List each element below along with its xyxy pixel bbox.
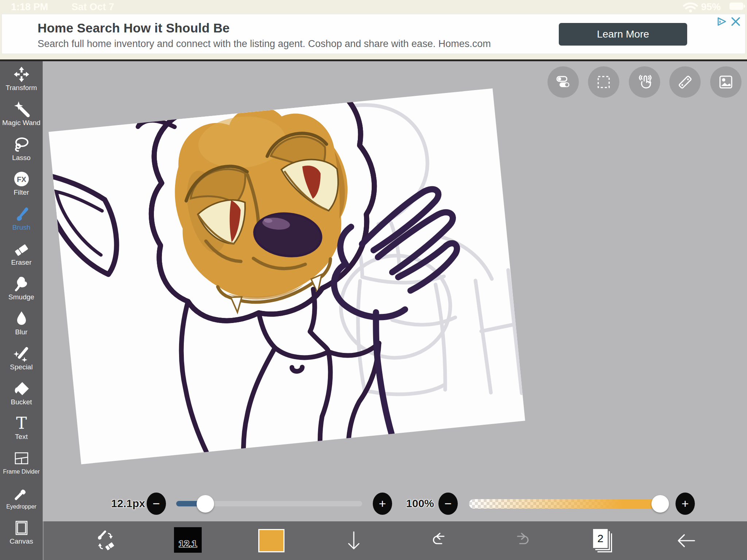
battery-percent: 95%	[701, 1, 721, 13]
opacity-thumb[interactable]	[651, 495, 669, 513]
adchoices-icon[interactable]	[717, 16, 728, 27]
undo-button[interactable]	[425, 521, 454, 560]
smudge-icon	[13, 275, 30, 292]
status-bar: 1:18 PM Sat Oct 7 95%	[0, 0, 747, 13]
sidebar-item-lasso[interactable]: Lasso	[0, 131, 43, 166]
sidebar-item-filter[interactable]: FX Filter	[0, 166, 43, 201]
swap-brush-eraser-button[interactable]	[91, 521, 120, 560]
sidebar-item-brush[interactable]: Brush	[0, 201, 43, 236]
opacity-slider[interactable]	[469, 499, 656, 509]
svg-text:T: T	[16, 415, 27, 432]
blur-icon	[13, 310, 30, 327]
opacity-value: 100%	[387, 497, 434, 510]
sidebar-item-magic-wand[interactable]: Magic Wand	[0, 96, 43, 131]
brush-size-minus-button[interactable]: −	[147, 493, 166, 515]
sidebar-item-bucket[interactable]: Bucket	[0, 375, 43, 410]
bucket-icon	[13, 380, 30, 397]
brush-icon	[13, 205, 30, 223]
sidebar-item-special[interactable]: Special	[0, 341, 43, 376]
tool-sidebar: Transform Magic Wand Lasso	[0, 61, 43, 560]
date: Sat Oct 7	[71, 1, 114, 13]
battery-icon	[729, 3, 743, 10]
learn-more-button[interactable]: Learn More	[559, 23, 687, 46]
svg-text:FX: FX	[17, 175, 26, 183]
sidebar-item-frame-divider[interactable]: Frame Divider	[0, 445, 43, 480]
redo-button[interactable]	[507, 521, 537, 560]
ad-subtitle: Search full home inventory and connect w…	[38, 38, 491, 50]
sidebar-item-eyedropper[interactable]: Eyedropper	[0, 480, 43, 515]
collapse-toolbar-button[interactable]	[339, 521, 368, 560]
frame-divider-icon	[13, 450, 30, 467]
canvas-icon	[13, 519, 30, 537]
app-screen: 1:18 PM Sat Oct 7 95% Home Search How it…	[0, 0, 747, 560]
clock: 1:18 PM	[11, 1, 48, 13]
sidebar-item-canvas[interactable]: Canvas	[0, 515, 43, 550]
sidebar-item-eraser[interactable]: Eraser	[0, 236, 43, 271]
brush-size-badge[interactable]: 12.1	[174, 527, 202, 553]
magic-wand-icon	[13, 101, 30, 118]
ad-title: Home Search How it Should Be	[38, 21, 230, 35]
select-rect-button[interactable]	[588, 66, 619, 98]
toggles-button[interactable]	[547, 66, 579, 98]
ad-banner[interactable]: Home Search How it Should Be Search full…	[1, 14, 746, 54]
sidebar-item-blur[interactable]: Blur	[0, 306, 43, 341]
sidebar-item-smudge[interactable]: Smudge	[0, 271, 43, 306]
touch-gesture-button[interactable]	[629, 66, 660, 98]
layers-icon: 2	[593, 529, 616, 552]
ruler-button[interactable]	[669, 66, 701, 98]
layer-count: 2	[593, 529, 608, 548]
opacity-plus-button[interactable]: +	[676, 493, 695, 515]
image-material-button[interactable]	[710, 66, 742, 98]
sidebar-item-transform[interactable]: Transform	[0, 61, 43, 96]
eyedropper-icon	[13, 485, 30, 502]
bottom-toolbar: 12.1 2	[43, 521, 747, 560]
brush-size-value: 12.1px	[98, 497, 145, 510]
drawing-canvas[interactable]	[43, 61, 747, 521]
transform-icon	[13, 66, 30, 83]
sidebar-item-text[interactable]: T Text	[0, 410, 43, 445]
lasso-icon	[13, 136, 30, 153]
brush-size-thumb[interactable]	[197, 495, 214, 513]
ad-close-icon[interactable]	[731, 16, 741, 27]
text-icon: T	[13, 415, 30, 432]
opacity-minus-button[interactable]: −	[438, 493, 458, 515]
back-button[interactable]	[670, 521, 703, 560]
special-icon	[13, 345, 30, 362]
eraser-icon	[13, 240, 30, 258]
layers-button[interactable]: 2	[590, 521, 619, 560]
fx-filter-icon: FX	[13, 170, 30, 188]
wifi-icon	[683, 2, 698, 14]
color-swatch[interactable]	[258, 529, 285, 552]
